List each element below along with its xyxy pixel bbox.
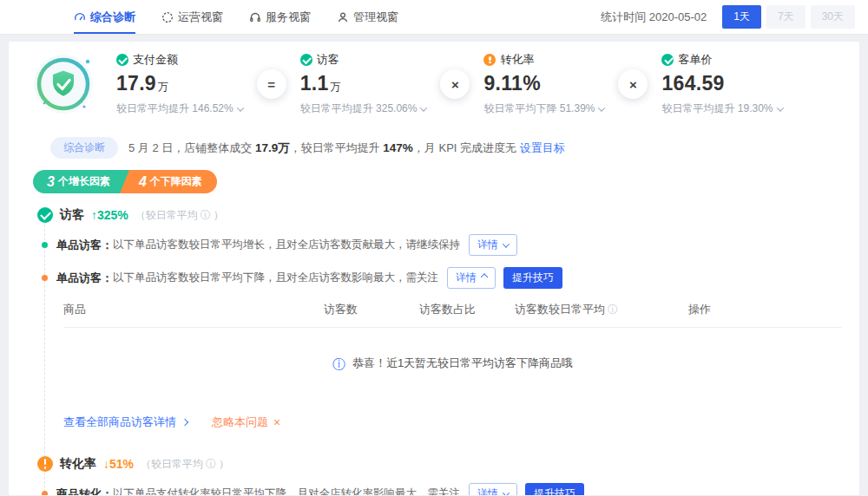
metric-label: 支付金额 bbox=[133, 52, 178, 68]
chevron-down-icon bbox=[503, 240, 510, 247]
diagnosis-summary: 综合诊断 5 月 2 日，店铺整体成交 17.9万，较日常平均提升 147%，月… bbox=[9, 137, 859, 159]
chevron-up-icon bbox=[481, 273, 488, 280]
column-header-visitor-daily-avg: 访客数较日常平均ⓘ bbox=[515, 302, 688, 317]
nav-label: 服务视窗 bbox=[266, 10, 311, 25]
metrics-formula-row: 支付金额 17.9万 较日常平均提升 146.52% = 访客 1.1万 较日常… bbox=[9, 42, 859, 128]
section-note: （较日常平均ⓘ） bbox=[141, 457, 229, 472]
metric-payment-amount: 支付金额 17.9万 较日常平均提升 146.52% bbox=[116, 52, 243, 116]
check-icon bbox=[300, 54, 312, 66]
bullet-item-visitor-decline: 单品访客： 以下单品访客数较日常平均下降，且对全店访客数影响最大，需关注 详情 … bbox=[37, 267, 859, 289]
info-icon[interactable]: ⓘ bbox=[206, 459, 216, 469]
column-header-visitor-share: 访客数占比 bbox=[419, 302, 515, 317]
chevron-down-icon bbox=[598, 104, 605, 111]
green-dot-icon bbox=[42, 242, 48, 248]
detail-button[interactable]: 详情 bbox=[447, 267, 496, 289]
topbar-right: 统计时间 2020-05-02 1天 7天 30天 bbox=[601, 5, 855, 29]
gauge-icon bbox=[74, 11, 86, 23]
warning-icon bbox=[483, 54, 496, 66]
metric-value: 1.1万 bbox=[300, 72, 427, 95]
metric-avg-order-value: 客单价 164.59 较日常平均提升 19.30% bbox=[661, 52, 782, 116]
nav-item-service-window[interactable]: 服务视窗 bbox=[249, 0, 311, 34]
metric-value: 164.59 bbox=[661, 72, 782, 95]
detail-button[interactable]: 详情 bbox=[469, 483, 517, 495]
tab-decline-factors[interactable]: 4 个下降因素 bbox=[120, 170, 217, 193]
metric-conversion-rate: 转化率 9.11% 较日常平均下降 51.39% bbox=[483, 52, 604, 116]
metric-sub-trend[interactable]: 较日常平均下降 51.39% bbox=[483, 101, 604, 116]
range-button-7day[interactable]: 7天 bbox=[766, 5, 806, 29]
range-button-1day[interactable]: 1天 bbox=[722, 5, 761, 29]
check-icon bbox=[661, 54, 674, 66]
nav-item-comprehensive-diagnosis[interactable]: 综合诊断 bbox=[74, 0, 135, 34]
nav-item-management-window[interactable]: 管理视窗 bbox=[337, 0, 398, 34]
view-all-products-link[interactable]: 查看全部商品访客详情 bbox=[63, 414, 187, 430]
bullet-item-product-conversion: 商品转化： 以下单品支付转化率较日常平均下降，且对全店转化率影响最大，需关注 详… bbox=[37, 483, 859, 495]
check-icon bbox=[116, 54, 128, 66]
nav-label: 管理视窗 bbox=[353, 10, 398, 25]
top-nav-bar: 综合诊断 运营视窗 服务视窗 管理视窗 统计时间 2020-05-02 1天 7… bbox=[0, 0, 868, 35]
main-panel: 支付金额 17.9万 较日常平均提升 146.52% = 访客 1.1万 较日常… bbox=[9, 42, 859, 495]
headset-icon bbox=[249, 11, 261, 23]
visitor-section-header: 访客 ↑325% （较日常平均ⓘ） bbox=[37, 207, 859, 223]
detail-button[interactable]: 详情 bbox=[469, 234, 517, 256]
metric-label: 客单价 bbox=[678, 52, 712, 68]
diagnosis-badge: 综合诊断 bbox=[50, 137, 118, 159]
metric-value: 9.11% bbox=[483, 72, 604, 95]
section-note: （较日常平均ⓘ） bbox=[135, 208, 224, 223]
person-icon bbox=[337, 11, 349, 23]
metric-visitors: 访客 1.1万 较日常平均提升 325.06% bbox=[300, 52, 427, 116]
nav-item-operation-window[interactable]: 运营视窗 bbox=[161, 0, 223, 34]
close-icon: × bbox=[273, 416, 280, 428]
column-header-visitors: 访客数 bbox=[324, 302, 419, 317]
chevron-down-icon bbox=[420, 104, 427, 111]
metric-sub-trend[interactable]: 较日常平均提升 325.06% bbox=[300, 101, 427, 116]
range-button-30day[interactable]: 30天 bbox=[811, 5, 855, 29]
chevron-down-icon bbox=[776, 104, 783, 111]
table-empty-state: ⓘ 恭喜！近1天暂无较日常平均访客下降商品哦 bbox=[63, 328, 842, 401]
section-trend: ↑325% bbox=[91, 208, 128, 222]
bullet-item-visitor-growth: 单品访客： 以下单品访客数较日常平均增长，且对全店访客数贡献最大，请继续保持 详… bbox=[37, 234, 859, 256]
metric-label: 访客 bbox=[317, 52, 339, 68]
empty-message: 恭喜！近1天暂无较日常平均访客下降商品哦 bbox=[352, 356, 573, 371]
multiply-operator: × bbox=[440, 69, 470, 99]
info-icon: ⓘ bbox=[332, 357, 345, 370]
dashed-circle-icon bbox=[161, 11, 174, 23]
ignore-issue-link[interactable]: 忽略本问题× bbox=[212, 414, 280, 430]
warning-icon bbox=[37, 456, 53, 472]
column-header-actions: 操作 bbox=[688, 302, 711, 317]
metric-value: 17.9万 bbox=[116, 72, 243, 95]
orange-dot-icon bbox=[42, 491, 48, 495]
stat-time: 统计时间 2020-05-02 bbox=[601, 10, 707, 25]
nav-label: 运营视窗 bbox=[178, 10, 223, 25]
diagnosis-text: 5 月 2 日，店铺整体成交 17.9万，较日常平均提升 147%，月 KPI … bbox=[128, 140, 565, 156]
info-icon[interactable]: ⓘ bbox=[608, 304, 618, 315]
info-icon[interactable]: ⓘ bbox=[201, 210, 211, 220]
multiply-operator: × bbox=[618, 69, 648, 99]
check-icon bbox=[37, 207, 53, 223]
metric-label: 转化率 bbox=[500, 52, 534, 68]
orange-dot-icon bbox=[42, 275, 48, 281]
product-visitor-table: 商品 访客数 访客数占比 访客数较日常平均ⓘ 操作 ⓘ 恭喜！近1天暂无较日常平… bbox=[63, 302, 842, 401]
equals-operator: = bbox=[257, 69, 286, 99]
factors-list: 访客 ↑325% （较日常平均ⓘ） 单品访客： 以下单品访客数较日常平均增长，且… bbox=[37, 207, 859, 495]
nav-label: 综合诊断 bbox=[90, 10, 135, 25]
chevron-down-icon bbox=[503, 489, 510, 495]
conversion-section-header: 转化率 ↓51% （较日常平均ⓘ） bbox=[37, 456, 859, 472]
shop-health-badge bbox=[33, 54, 94, 114]
factor-tabs: 3 个增长因素 4 个下降因素 bbox=[33, 170, 217, 193]
visitor-links-row: 查看全部商品访客详情 忽略本问题× bbox=[63, 414, 859, 430]
improve-tips-button[interactable]: 提升技巧 bbox=[503, 267, 562, 289]
column-header-product: 商品 bbox=[63, 302, 324, 317]
chevron-right-icon bbox=[181, 419, 188, 426]
improve-tips-button[interactable]: 提升技巧 bbox=[525, 483, 584, 495]
section-trend: ↓51% bbox=[103, 457, 134, 471]
chevron-down-icon bbox=[236, 104, 243, 111]
metric-sub-trend[interactable]: 较日常平均提升 19.30% bbox=[661, 101, 782, 116]
section-title: 转化率 bbox=[60, 456, 96, 472]
table-header-row: 商品 访客数 访客数占比 访客数较日常平均ⓘ 操作 bbox=[63, 302, 842, 328]
stat-date: 2020-05-02 bbox=[649, 10, 707, 23]
section-title: 访客 bbox=[60, 207, 84, 223]
primary-nav: 综合诊断 运营视窗 服务视窗 管理视窗 bbox=[74, 0, 398, 34]
metric-sub-trend[interactable]: 较日常平均提升 146.52% bbox=[116, 101, 243, 116]
tab-growth-factors[interactable]: 3 个增长因素 bbox=[33, 170, 129, 193]
set-goal-link[interactable]: 设置目标 bbox=[520, 141, 565, 154]
